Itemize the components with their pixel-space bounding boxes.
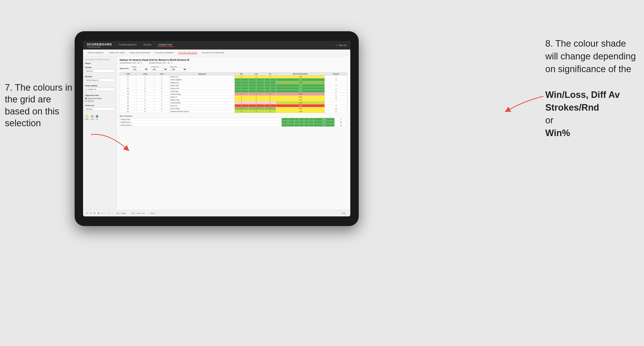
cell-tie: 0 — [264, 90, 276, 93]
cell-diff: 0.38 — [276, 96, 325, 99]
out-of-division-table: Foreign Team 1 0 0 4.500 2 NAIA Division… — [120, 118, 348, 127]
save-custom-view-btn[interactable]: Save Custom View — [130, 212, 146, 215]
ood-cell-tie: 0 — [304, 124, 314, 127]
ood-cell-win: 1 — [282, 118, 294, 121]
nav-committee[interactable]: COMMITTEE — [157, 43, 173, 47]
ood-cell-loss: 0 — [294, 121, 304, 124]
division-label: Division — [85, 75, 114, 78]
cell-win: 2 — [234, 87, 248, 90]
subnav-team-summary[interactable]: TEAM SUMMARY — [87, 52, 104, 54]
cell-rounds: 6 — [325, 110, 348, 113]
colour-by-dropdown[interactable]: Win/loss — [85, 108, 114, 111]
nav-tournaments[interactable]: TOURNAMENTS — [118, 43, 138, 47]
subnav-player-h2h-heatmap[interactable]: PLAYER H2H HEATMAP — [201, 52, 225, 54]
cell-loss: 0 — [248, 75, 264, 78]
undo-icon[interactable]: ↩ — [86, 212, 88, 214]
cell-conf: 5 — [154, 99, 170, 101]
cell-opponent: Sharon Mun — [170, 84, 235, 87]
col-win: Win — [234, 73, 248, 75]
legend-area: Down Level Up — [85, 115, 114, 120]
ood-cell-diff: 4.500 — [314, 118, 334, 121]
cell-conf: 1 — [154, 75, 170, 78]
subnav-player-h2h-grid[interactable]: PLAYER H2H GRID — [178, 51, 198, 54]
region-filter: Region (All) — [132, 66, 148, 71]
division-dropdown[interactable]: NCAA Division III — [85, 79, 114, 82]
opponent-select[interactable]: (All) — [170, 68, 187, 71]
player-rank-dropdown[interactable]: 8. Katelyn Vo — [85, 88, 114, 91]
ood-cell-name: NAIA Division 1 — [120, 121, 282, 124]
sign-out-link[interactable]: Sign out — [338, 44, 346, 46]
division-record: Division Record: 331 - 34 - 6 — [149, 62, 172, 64]
ood-cell-name: Foreign Team — [120, 118, 282, 121]
division-record-value: 331 - 34 - 6 — [163, 62, 172, 64]
data-table: # Div # Reg Conf Opponent Win Loss Tie D… — [120, 72, 348, 113]
watch-btn[interactable]: Watch▼ — [148, 212, 159, 215]
cell-opponent: Alexis Sudjianto — [170, 78, 235, 81]
cell-win: 0 — [234, 104, 248, 107]
ood-cell-loss: 0 — [294, 124, 304, 127]
table-row: 3 1 1 Esther Lee 1 0 1 1.50 4 — [120, 75, 348, 78]
cell-opponent: Jessica Huang — [170, 93, 235, 96]
subnav-team-h2h-heatmap[interactable]: TEAM H2H HEATMAP — [129, 52, 151, 54]
table-row: 13 1 1 Jessica Huang 0 1 0 -3.00 2 — [120, 93, 348, 96]
cell-reg: 1 — [136, 84, 154, 87]
cell-diff: 4.00 — [276, 87, 325, 90]
forward-icon[interactable]: ⟳ — [94, 212, 96, 214]
nav-teams[interactable]: TEAMS — [142, 43, 153, 47]
cell-win: 1 — [234, 101, 248, 104]
subnav-team-h2h-grid[interactable]: TEAM H2H GRID — [108, 52, 126, 54]
clock-icon[interactable]: 🕐 — [107, 212, 110, 214]
cell-rounds: 4 — [325, 75, 348, 78]
cell-win: 1 — [234, 99, 248, 101]
cell-diff: 4.00 — [276, 78, 325, 81]
conference-filter: Conference (All) — [151, 66, 168, 71]
cell-opponent: Euna Lee — [170, 104, 235, 107]
cell-div: 5 — [120, 78, 136, 81]
radio-dot-opponents — [85, 97, 87, 99]
cell-rounds: 4 — [325, 87, 348, 90]
opponent-label: Opponent — [170, 66, 187, 68]
col-conf: Conf — [154, 73, 170, 75]
ood-cell-loss: 0 — [294, 118, 304, 121]
cell-win: 2 — [234, 96, 248, 99]
cell-diff: -3.00 — [276, 93, 325, 96]
legend-label-level: Level — [90, 118, 94, 120]
cell-div: 3 — [120, 75, 136, 78]
cell-loss: 3 — [248, 104, 264, 107]
view-original-btn[interactable]: View: Original — [114, 212, 128, 215]
legend-dot-up — [96, 115, 98, 118]
ood-table-row: Foreign Team 1 0 0 4.500 2 — [120, 118, 348, 121]
annotation-left-text: 7. The colours in the grid are based on … — [5, 82, 72, 128]
grid-title: Katelyn Vo Head-to-Head Grid for Women's… — [120, 59, 348, 61]
cell-win: 1 — [234, 81, 248, 84]
copy-icon[interactable]: ⊞ — [98, 212, 100, 214]
region-select[interactable]: (All) — [132, 68, 148, 71]
out-of-division-label: Out of division — [120, 115, 348, 117]
cell-tie: 0 — [264, 81, 276, 84]
table-row: 18 2 2 Euna Lee 0 3 0 -5.00 2 — [120, 104, 348, 107]
radio-top100[interactable]: Top 100 — [85, 100, 114, 102]
share-btn[interactable]: Share — [340, 212, 348, 215]
radio-opponents-played[interactable]: Opponents Played — [85, 97, 114, 99]
conference-select[interactable]: (All) — [151, 68, 168, 71]
cell-loss: 2 — [248, 96, 264, 99]
table-row: 16 3 1 Jessica Mason 1 2 0 -0.94 — [120, 101, 348, 104]
filter-row: Opponents: Region (All) Conference (All) — [120, 66, 348, 71]
cell-reg: 1 — [136, 93, 154, 96]
cell-tie: 0 — [264, 107, 276, 110]
radio-label-opponents: Opponents Played — [88, 98, 102, 99]
redo-icon[interactable]: ↪ — [90, 212, 92, 214]
cell-reg: 1 — [136, 75, 154, 78]
ood-table-body: Foreign Team 1 0 0 4.500 2 NAIA Division… — [120, 118, 348, 127]
cell-rounds: 11 — [325, 107, 348, 110]
cell-conf: 6 — [154, 107, 170, 110]
table-row: 14 7 4 Eunice Yi 2 2 0 0.38 9 — [120, 96, 348, 99]
subnav-player-summary[interactable]: PLAYER SUMMARY — [154, 52, 174, 54]
gender-dropdown[interactable]: Women's — [85, 69, 114, 73]
watch-label: Watch — [150, 212, 155, 214]
overall-record: Overall Record: 353 - 34 - 6 — [120, 62, 142, 64]
annotation-bold1: Win/Loss, — [545, 90, 588, 100]
table-header-row: # Div # Reg Conf Opponent Win Loss Tie D… — [120, 73, 348, 75]
cell-tie: 1 — [264, 75, 276, 78]
cut-icon[interactable]: ✂ — [101, 212, 103, 214]
